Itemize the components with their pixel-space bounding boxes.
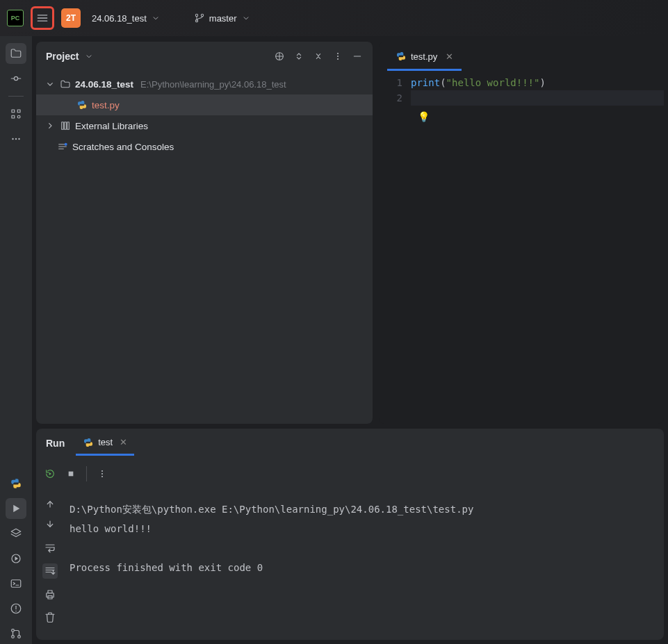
tree-external-libraries[interactable]: External Libraries	[36, 115, 373, 136]
vcs-branch-selector[interactable]: master	[190, 10, 255, 26]
main-menu-button[interactable]	[31, 6, 54, 30]
run-output[interactable]: D:\Python安装包\python.exe E:\Python\learni…	[64, 490, 664, 640]
svg-rect-11	[12, 115, 15, 118]
project-panel-title: Project	[46, 51, 79, 62]
run-tool-button[interactable]	[6, 498, 26, 519]
services-tool-button[interactable]	[6, 548, 26, 569]
svg-rect-19	[11, 580, 21, 588]
tab-filename: test.py	[411, 51, 437, 62]
project-name: 24.06.18_test	[92, 13, 147, 24]
svg-marker-41	[49, 472, 51, 475]
problems-tool-button[interactable]	[6, 598, 26, 619]
left-toolbar	[0, 36, 32, 644]
svg-point-31	[337, 56, 339, 57]
output-cmd: D:\Python安装包\python.exe E:\Python\learni…	[70, 504, 473, 515]
code-line-1: print("hello world!!!")	[411, 75, 664, 90]
chevron-right-icon	[44, 120, 56, 131]
project-avatar: 2T	[61, 8, 81, 28]
title-bar: PC 2T 24.06.18_test master	[0, 0, 668, 36]
editor-panel: test.py ✕ 1 2 print("hello world!!!") 💡	[379, 42, 664, 424]
svg-rect-35	[65, 122, 67, 130]
stop-icon[interactable]	[65, 468, 76, 479]
chevron-down-icon	[241, 13, 251, 23]
svg-rect-9	[12, 110, 15, 113]
svg-point-44	[101, 473, 103, 474]
terminal-tool-button[interactable]	[6, 573, 26, 594]
svg-point-32	[337, 58, 339, 60]
select-opened-file-icon[interactable]	[274, 51, 285, 62]
tree-file-testpy[interactable]: test.py	[36, 94, 373, 115]
chevron-down-icon	[151, 13, 161, 23]
editor-tab-testpy[interactable]: test.py ✕	[387, 44, 462, 71]
soft-wrap-icon[interactable]	[44, 541, 56, 554]
code-area[interactable]: 1 2 print("hello world!!!") 💡	[379, 71, 664, 424]
clear-icon[interactable]	[44, 611, 56, 623]
python-packages-button[interactable]	[6, 523, 26, 544]
svg-rect-42	[69, 472, 74, 477]
more-tool-button[interactable]	[6, 129, 26, 149]
tree-scratches-label: Scratches and Consoles	[72, 142, 174, 152]
gutter: 1 2	[379, 71, 411, 424]
chevron-down-icon	[44, 79, 56, 90]
python-file-icon	[83, 437, 94, 448]
run-tab-label: test	[98, 437, 113, 447]
close-tab-icon[interactable]: ✕	[446, 51, 453, 62]
svg-point-12	[17, 115, 20, 118]
down-icon[interactable]	[44, 519, 56, 531]
svg-point-13	[12, 138, 13, 140]
svg-point-14	[15, 138, 17, 140]
close-run-tab-icon[interactable]: ✕	[120, 437, 127, 447]
print-icon[interactable]	[44, 588, 56, 601]
commit-tool-button[interactable]	[6, 68, 26, 89]
line-number: 1	[379, 75, 402, 90]
line-number: 2	[379, 90, 402, 106]
run-panel-header: Run test ✕	[36, 429, 664, 458]
libraries-icon	[60, 120, 71, 131]
project-tree: 24.06.18_test E:\Python\learning_py\24.0…	[36, 71, 373, 160]
more-icon[interactable]	[97, 468, 108, 479]
collapse-all-icon[interactable]	[313, 51, 324, 62]
svg-rect-55	[48, 591, 52, 593]
up-icon[interactable]	[44, 497, 56, 509]
hide-panel-icon[interactable]	[352, 51, 363, 62]
tree-scratches[interactable]: Scratches and Consoles	[36, 136, 373, 157]
project-panel: Project	[36, 42, 373, 424]
project-selector[interactable]: 24.06.18_test	[88, 10, 165, 26]
run-tab-test[interactable]: test ✕	[76, 431, 134, 456]
rerun-icon[interactable]	[44, 468, 56, 479]
branch-icon	[194, 13, 205, 24]
output-line: hello world!!!	[70, 523, 152, 534]
python-console-button[interactable]	[6, 473, 26, 494]
more-icon[interactable]	[332, 51, 343, 62]
python-file-icon	[76, 99, 88, 110]
chevron-down-icon[interactable]	[84, 51, 94, 61]
svg-marker-18	[15, 556, 19, 561]
svg-rect-10	[17, 110, 20, 113]
tree-ext-lib-label: External Libraries	[75, 121, 148, 131]
tree-root[interactable]: 24.06.18_test E:\Python\learning_py\24.0…	[36, 74, 373, 94]
python-file-icon	[396, 51, 407, 62]
svg-point-43	[101, 470, 103, 472]
version-control-tool-button[interactable]	[6, 623, 26, 644]
svg-marker-16	[13, 505, 19, 513]
svg-rect-36	[67, 122, 70, 130]
editor-tabs: test.py ✕	[379, 42, 664, 71]
svg-rect-34	[62, 122, 64, 130]
run-left-toolbar	[36, 490, 64, 640]
svg-point-40	[65, 143, 67, 146]
intention-bulb-icon[interactable]: 💡	[418, 111, 664, 122]
project-tool-button[interactable]	[6, 43, 26, 64]
run-panel: Run test ✕	[36, 428, 664, 640]
expand-all-icon[interactable]	[293, 51, 304, 62]
tree-file-label: test.py	[92, 100, 120, 110]
branch-name: master	[209, 13, 237, 24]
project-panel-header: Project	[36, 42, 373, 71]
svg-point-30	[337, 53, 339, 54]
svg-rect-54	[47, 593, 54, 597]
structure-tool-button[interactable]	[6, 104, 26, 124]
pycharm-logo-icon: PC	[7, 10, 24, 26]
svg-point-15	[18, 138, 19, 140]
output-exit: Process finished with exit code 0	[70, 562, 263, 573]
scroll-to-end-icon[interactable]	[42, 563, 58, 579]
folder-icon	[60, 79, 71, 90]
